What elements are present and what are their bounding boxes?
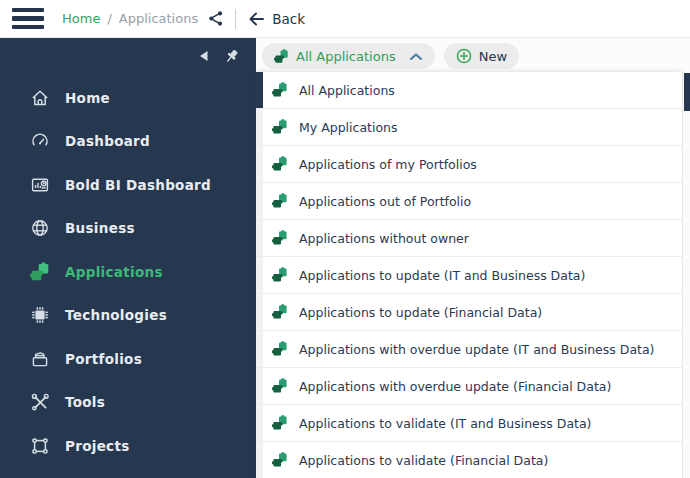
breadcrumb-home-link[interactable]: Home xyxy=(62,11,100,26)
sidebar-nav: Home Dashboard xyxy=(0,76,256,468)
sidebar-item-tools[interactable]: Tools xyxy=(0,381,256,425)
breadcrumb-current: Applications xyxy=(119,11,198,26)
dropdown-item-label: Applications of my Portfolios xyxy=(299,157,477,172)
main-content: All Applications New All Applications xyxy=(256,38,690,478)
row-accent xyxy=(256,368,263,404)
new-button[interactable]: New xyxy=(444,43,519,69)
sidebar-item-label: Projects xyxy=(65,438,130,454)
chip-icon xyxy=(29,305,50,326)
dropdown-item-applications-overdue-financial[interactable]: Applications with overdue update (Financ… xyxy=(256,368,682,405)
back-button-label: Back xyxy=(272,11,305,27)
sidebar-item-label: Business xyxy=(65,220,135,236)
dropdown-item-applications-to-validate-financial[interactable]: Applications to validate (Financial Data… xyxy=(256,442,682,478)
breadcrumb: Home / Applications xyxy=(62,11,198,26)
sidebar-item-home[interactable]: Home xyxy=(0,76,256,120)
puzzle-icon xyxy=(272,193,288,209)
dropdown-item-applications-without-owner[interactable]: Applications without owner xyxy=(256,220,682,257)
vertical-scrollbar[interactable] xyxy=(682,72,690,478)
row-accent xyxy=(256,109,263,145)
view-selector-label: All Applications xyxy=(296,49,396,64)
view-selector-button[interactable]: All Applications xyxy=(262,43,435,69)
dropdown-item-label: Applications to update (IT and Business … xyxy=(299,268,585,283)
puzzle-icon xyxy=(272,230,288,246)
new-button-label: New xyxy=(479,49,507,64)
puzzle-icon xyxy=(272,119,288,135)
hamburger-menu-icon[interactable] xyxy=(12,8,44,30)
sidebar-item-label: Tools xyxy=(65,394,105,410)
puzzle-icon xyxy=(272,452,288,468)
sidebar-item-technologies[interactable]: Technologies xyxy=(0,294,256,338)
chevron-up-icon xyxy=(409,52,423,61)
globe-icon xyxy=(29,218,50,239)
sidebar-item-business[interactable]: Business xyxy=(0,207,256,251)
row-accent xyxy=(256,220,263,256)
dropdown-item-label: All Applications xyxy=(299,83,395,98)
share-icon[interactable] xyxy=(208,10,224,27)
puzzle-icon xyxy=(274,49,289,64)
puzzle-icon xyxy=(272,378,288,394)
puzzle-icon xyxy=(272,304,288,320)
sidebar-item-label: Bold BI Dashboard xyxy=(65,177,211,193)
dropdown-item-label: Applications to update (Financial Data) xyxy=(299,305,542,320)
sidebar-controls xyxy=(0,38,256,68)
dropdown-item-label: My Applications xyxy=(299,120,398,135)
dropdown-item-my-applications[interactable]: My Applications xyxy=(256,109,682,146)
toolbar: All Applications New xyxy=(256,38,690,69)
portfolio-icon xyxy=(29,348,50,369)
back-button[interactable]: Back xyxy=(247,11,305,27)
circle-plus-icon xyxy=(456,48,472,64)
dropdown-item-applications-out-of-portfolio[interactable]: Applications out of Portfolio xyxy=(256,183,682,220)
collapse-sidebar-icon[interactable] xyxy=(198,49,209,63)
row-accent xyxy=(256,405,263,441)
puzzle-icon xyxy=(272,82,288,98)
sidebar-item-portfolios[interactable]: Portfolios xyxy=(0,337,256,381)
row-accent xyxy=(256,294,263,330)
puzzle-icon xyxy=(272,156,288,172)
tools-icon xyxy=(29,392,50,413)
bi-chart-icon xyxy=(29,174,50,195)
sidebar-item-label: Dashboard xyxy=(65,133,150,149)
sidebar: Home Dashboard xyxy=(0,38,256,478)
sidebar-item-projects[interactable]: Projects xyxy=(0,424,256,468)
dropdown-item-label: Applications to validate (IT and Busines… xyxy=(299,416,592,431)
selected-indicator xyxy=(256,72,263,108)
row-accent xyxy=(256,257,263,293)
dropdown-item-label: Applications without owner xyxy=(299,231,469,246)
dropdown-item-label: Applications to validate (Financial Data… xyxy=(299,453,548,468)
dropdown-item-applications-to-validate-it-business[interactable]: Applications to validate (IT and Busines… xyxy=(256,405,682,442)
row-accent xyxy=(256,442,263,478)
top-bar: Home / Applications Back xyxy=(0,0,690,38)
breadcrumb-separator: / xyxy=(107,11,111,26)
dropdown-item-label: Applications out of Portfolio xyxy=(299,194,471,209)
sidebar-item-dashboard[interactable]: Dashboard xyxy=(0,120,256,164)
sidebar-item-label: Technologies xyxy=(65,307,167,323)
puzzle-icon xyxy=(272,267,288,283)
row-accent xyxy=(256,331,263,367)
dropdown-item-applications-to-update-it-business[interactable]: Applications to update (IT and Business … xyxy=(256,257,682,294)
home-icon xyxy=(29,87,50,108)
puzzle-icon xyxy=(272,341,288,357)
scrollbar-thumb[interactable] xyxy=(684,73,690,111)
row-accent xyxy=(256,146,263,182)
puzzle-icon xyxy=(272,415,288,431)
dropdown-item-applications-overdue-it-business[interactable]: Applications with overdue update (IT and… xyxy=(256,331,682,368)
dropdown-item-all-applications[interactable]: All Applications xyxy=(256,72,682,109)
projects-icon xyxy=(29,435,50,456)
topbar-divider xyxy=(235,9,236,29)
sidebar-item-label: Portfolios xyxy=(65,351,142,367)
sidebar-item-applications[interactable]: Applications xyxy=(0,250,256,294)
gauge-icon xyxy=(29,131,50,152)
dropdown-item-applications-to-update-financial[interactable]: Applications to update (Financial Data) xyxy=(256,294,682,331)
pin-icon[interactable] xyxy=(222,47,241,66)
row-accent xyxy=(256,183,263,219)
dropdown-item-label: Applications with overdue update (Financ… xyxy=(299,379,611,394)
sidebar-item-label: Applications xyxy=(65,264,163,280)
dropdown-item-applications-of-my-portfolios[interactable]: Applications of my Portfolios xyxy=(256,146,682,183)
back-arrow-icon xyxy=(247,11,265,27)
sidebar-item-bold-bi-dashboard[interactable]: Bold BI Dashboard xyxy=(0,163,256,207)
puzzle-icon xyxy=(29,261,50,282)
dropdown-item-label: Applications with overdue update (IT and… xyxy=(299,342,655,357)
view-dropdown-panel: All Applications My Applications Applica… xyxy=(256,72,682,478)
sidebar-item-label: Home xyxy=(65,90,110,106)
